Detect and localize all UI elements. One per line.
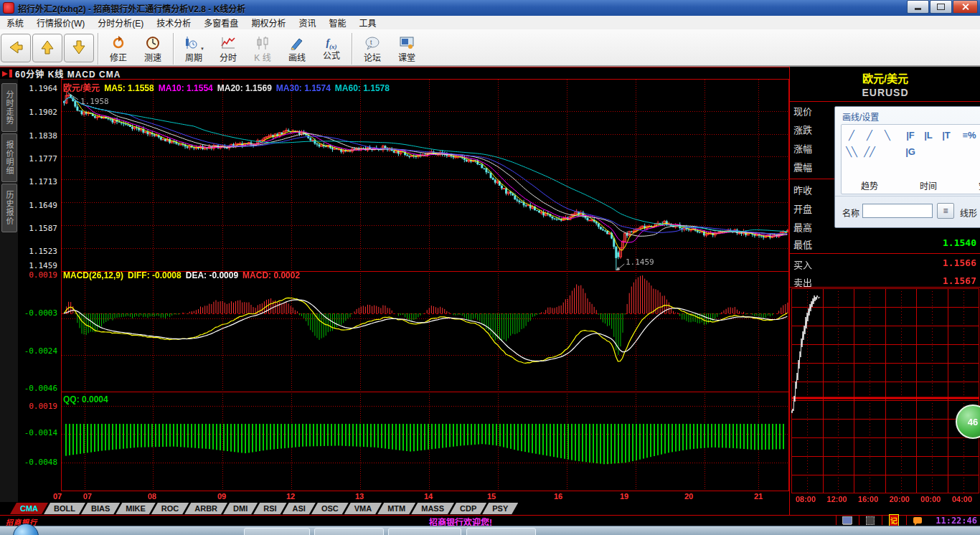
toolbar-画线-button[interactable]: 画线: [281, 32, 314, 66]
x-axis-tick: 08: [148, 492, 156, 501]
minimize-button[interactable]: [907, 0, 929, 14]
indicator-tab-vma[interactable]: VMA: [344, 503, 382, 514]
taskbar-window-button[interactable]: [314, 528, 384, 535]
indicator-tab-psy[interactable]: PSY: [482, 503, 518, 514]
axis-tick-label: 0.0019: [17, 270, 57, 280]
kline-macd-chart-canvas[interactable]: [61, 79, 789, 491]
message-bubble-icon[interactable]: [906, 516, 928, 525]
segment-icon[interactable]: ╲: [880, 128, 895, 142]
toolbar-测速-button[interactable]: 测速: [136, 32, 169, 66]
taskbar-window-button[interactable]: [466, 528, 536, 535]
chart-titlebar: 60分钟 K线 MACD CMA: [0, 67, 789, 80]
toolbar-arrow-left-button[interactable]: [1, 34, 31, 62]
indicator-tab-rsi[interactable]: RSI: [253, 503, 286, 514]
toolbar-课堂-button[interactable]: 课堂: [390, 32, 423, 66]
toolbar-公式-button[interactable]: f(x)公式: [315, 32, 348, 66]
indicator-tab-arbr[interactable]: ARBR: [184, 503, 227, 514]
line-name-input[interactable]: [862, 204, 933, 218]
taskbar-window-button[interactable]: [244, 528, 310, 535]
toolbar-separator: [98, 33, 98, 65]
menu-item-4[interactable]: 多窗看盘: [197, 15, 245, 30]
mini-chart-time-label: 00:00: [920, 495, 941, 503]
toolbar-修正-button[interactable]: 修正: [102, 32, 135, 66]
parallel-lines-icon[interactable]: ╲╲: [844, 144, 859, 158]
toolbar-button-label: 测速: [144, 54, 161, 62]
draw-group-label: 趋势: [861, 179, 878, 191]
toolbar-separator: [352, 33, 352, 65]
start-button[interactable]: [13, 524, 39, 535]
toolbar-分时-button[interactable]: 分时: [212, 32, 245, 66]
alarm-icon[interactable]: [859, 516, 881, 525]
quote-value: 1.1566: [943, 257, 976, 268]
sidebar-tab-2[interactable]: 历史报价: [1, 184, 17, 232]
toolbar-arrow-up-button[interactable]: [32, 34, 62, 62]
windows-taskbar[interactable]: [0, 526, 980, 535]
x-axis-tick: 12: [286, 492, 295, 501]
mini-chart-time-label: 04:00: [952, 495, 972, 503]
toolbar-arrow-down-button[interactable]: [64, 34, 94, 62]
indicator-tab-cdp[interactable]: CDP: [450, 503, 486, 514]
menu-bar: 系统行情报价(W)分时分析(E)技术分析多窗看盘期权分析资讯智能工具: [0, 16, 980, 30]
menu-item-0[interactable]: 系统: [0, 15, 30, 30]
quote-label: 震幅: [793, 160, 812, 174]
menu-item-2[interactable]: 分时分析(E): [91, 15, 150, 30]
indicator-tab-mass[interactable]: MASS: [411, 503, 454, 514]
indicator-tab-boll[interactable]: BOLL: [44, 503, 85, 514]
window-titlebar: 招行外汇2(fxhq2) - 招商银行外汇通行情分析V2.8 - K线分析: [0, 0, 980, 16]
x-axis-tick: 14: [424, 492, 433, 501]
menu-item-3[interactable]: 技术分析: [150, 15, 197, 30]
indicator-tab-mike[interactable]: MIKE: [116, 503, 156, 514]
toolbar-button-label: 论坛: [364, 54, 381, 62]
gann-time-icon[interactable]: |G: [903, 144, 918, 158]
computer-icon[interactable]: [836, 516, 858, 525]
quote-row-8: 买入1.1566: [790, 257, 980, 276]
indicator-tab-bias[interactable]: BIAS: [81, 503, 120, 514]
menu-item-7[interactable]: 智能: [322, 15, 352, 30]
menu-item-1[interactable]: 行情报价(W): [30, 15, 91, 30]
indicator-tab-mtm[interactable]: MTM: [377, 503, 415, 514]
pair-name-cn: 欧元/美元: [790, 70, 980, 85]
indicator-tab-cma[interactable]: CMA: [10, 503, 48, 514]
formula-fx-icon: f(x): [326, 37, 336, 50]
draw-group-0: ╱╱╲╲╲╱╱趋势: [842, 125, 897, 194]
fan-lines-icon[interactable]: ╱╱: [862, 144, 877, 158]
menu-item-8[interactable]: 工具: [352, 15, 382, 30]
maximize-button[interactable]: [930, 0, 952, 14]
cycle-line-icon[interactable]: |L: [921, 128, 936, 142]
trendline-icon[interactable]: ╱: [844, 128, 859, 142]
x-axis-tick: 13: [355, 492, 364, 501]
axis-tick-label: 1.1523: [17, 247, 57, 256]
toolbar-button-label: 课堂: [398, 54, 415, 62]
close-button[interactable]: [953, 0, 978, 14]
line-list-button[interactable]: ≡: [937, 203, 954, 219]
trendline-point-icon[interactable]: ╱: [862, 128, 877, 142]
fibo-time-icon[interactable]: |F: [903, 128, 918, 142]
toolbar-周期-button[interactable]: ▼周期: [177, 32, 210, 66]
minimize-icon: [915, 8, 921, 10]
pencil-icon: [289, 36, 305, 52]
intraday-mini-chart-canvas[interactable]: [791, 288, 979, 493]
classroom-board-icon: [399, 36, 415, 52]
menu-item-6[interactable]: 资讯: [292, 15, 322, 30]
draw-group-1: |F|L|T|G时间: [900, 125, 956, 194]
indicator-tab-osc[interactable]: OSC: [311, 503, 349, 514]
sidebar-tab-1[interactable]: 报价明细: [1, 133, 17, 182]
draw-settings-panel[interactable]: 画线/设置 ╱╱╲╲╲╱╱趋势|F|L|T|G时间≡%≡G≡空间 名称 ≡ 线形: [834, 106, 980, 228]
indicator-tab-dmi[interactable]: DMI: [223, 503, 258, 514]
toolbar-K 线-button[interactable]: K 线: [246, 32, 279, 66]
taskbar-window-button[interactable]: [388, 528, 461, 535]
period-candle-icon: ▼: [183, 36, 204, 52]
menu-item-5[interactable]: 期权分析: [245, 15, 292, 30]
axis-tick-label: 0.0019: [17, 402, 57, 411]
indicator-tab-asi[interactable]: ASI: [283, 503, 316, 514]
axis-tick-label: -0.0046: [17, 384, 57, 393]
badge-text: 46: [968, 417, 978, 427]
time-ruler-icon[interactable]: |T: [939, 128, 953, 142]
toolbar-论坛-button[interactable]: t论坛: [356, 32, 389, 66]
ji-logo-icon[interactable]: 记: [882, 516, 905, 525]
qq-legend: QQ: 0.0004: [63, 394, 113, 404]
percent-lines-icon[interactable]: ≡%: [962, 128, 976, 142]
sidebar-tab-0[interactable]: 分时走势: [1, 83, 17, 132]
legend-item: QQ: 0.0004: [63, 394, 108, 404]
indicator-tab-roc[interactable]: ROC: [151, 503, 189, 514]
